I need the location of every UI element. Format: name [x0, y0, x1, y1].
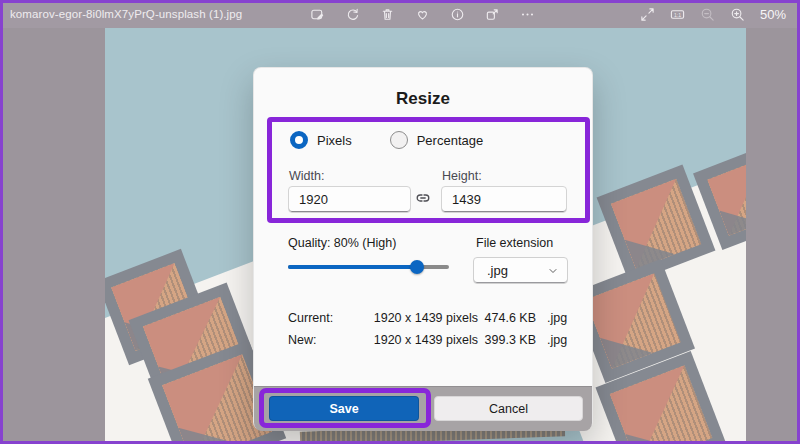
share-icon[interactable]: [485, 7, 500, 22]
balcony-cube: [129, 283, 263, 414]
quality-label: Quality: 80% (High): [288, 236, 396, 250]
resize-dialog: Resize Pixels Percentage Width: Height: …: [253, 67, 593, 430]
summary-size: 474.6 KB: [482, 311, 536, 325]
summary-row-new: New: 1920 x 1439 pixels 399.3 KB .jpg: [254, 333, 592, 349]
info-icon[interactable]: [450, 7, 465, 22]
svg-text:1:1: 1:1: [674, 11, 681, 17]
edit-image-icon[interactable]: [310, 7, 325, 22]
toolbar-center-group: [310, 0, 535, 28]
aspect-ratio-link-icon[interactable]: [415, 191, 431, 207]
balcony-cube: [105, 249, 213, 365]
zoom-in-icon[interactable]: [730, 7, 745, 22]
balcony-cube: [693, 144, 746, 250]
photos-app-window: komarov-egor-8i0lmX7yPrQ-unsplash (1).jp…: [0, 0, 800, 444]
zoom-level-label[interactable]: 50%: [760, 7, 786, 22]
summary-ext: .jpg: [547, 333, 567, 347]
percentage-radio-label[interactable]: Percentage: [417, 133, 484, 148]
quality-slider-fill: [288, 265, 417, 269]
pixels-radio-label[interactable]: Pixels: [317, 133, 352, 148]
balcony-cube: [597, 165, 716, 284]
file-extension-label: File extension: [476, 236, 553, 250]
actual-size-icon[interactable]: 1:1: [670, 7, 685, 22]
toolbar-right-group: 1:1 50%: [640, 0, 786, 28]
summary-dimensions: 1920 x 1439 pixels: [354, 333, 478, 347]
favorite-heart-icon[interactable]: [415, 7, 430, 22]
delete-icon[interactable]: [380, 7, 395, 22]
summary-dimensions: 1920 x 1439 pixels: [354, 311, 478, 325]
fullscreen-icon[interactable]: [640, 7, 655, 22]
height-label: Height:: [442, 169, 482, 183]
rotate-icon[interactable]: [345, 7, 360, 22]
file-extension-value: .jpg: [487, 263, 547, 278]
chevron-down-icon: [547, 265, 559, 277]
width-label: Width:: [289, 169, 324, 183]
resize-mode-group: Pixels Percentage: [290, 131, 483, 149]
toolbar: komarov-egor-8i0lmX7yPrQ-unsplash (1).jp…: [0, 0, 800, 28]
balcony-cube: [595, 351, 726, 441]
zoom-out-icon[interactable]: [700, 7, 715, 22]
summary-ext: .jpg: [547, 311, 567, 325]
summary-row-current: Current: 1920 x 1439 pixels 474.6 KB .jp…: [254, 311, 592, 327]
height-input[interactable]: [441, 186, 567, 213]
quality-slider-thumb[interactable]: [410, 260, 424, 274]
summary-name: Current:: [288, 311, 333, 325]
more-options-icon[interactable]: [520, 7, 535, 22]
summary-size: 399.3 KB: [482, 333, 536, 347]
file-extension-dropdown[interactable]: .jpg: [473, 257, 568, 284]
pixels-radio[interactable]: [290, 131, 308, 149]
dialog-title: Resize: [254, 89, 592, 109]
percentage-radio[interactable]: [390, 131, 408, 149]
cancel-button[interactable]: Cancel: [434, 396, 583, 421]
quality-slider[interactable]: [288, 260, 449, 274]
save-button[interactable]: Save: [269, 396, 419, 421]
filename-label: komarov-egor-8i0lmX7yPrQ-unsplash (1).jp…: [10, 0, 242, 28]
width-input[interactable]: [288, 186, 411, 213]
summary-name: New:: [288, 333, 316, 347]
